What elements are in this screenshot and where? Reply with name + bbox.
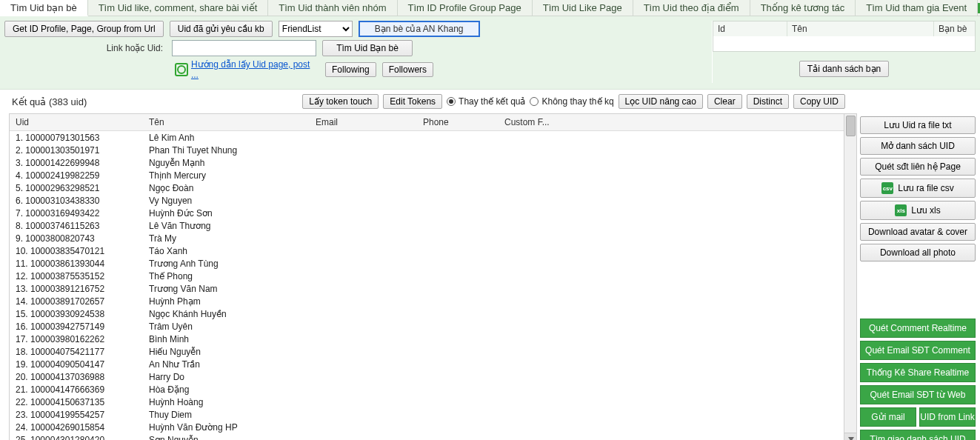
huong-dan-link[interactable]: Hướng dẫn lấy Uid page, post ...: [191, 59, 319, 80]
table-row[interactable]: 24. 100004269015854Huỳnh Văn Đường HP: [10, 421, 844, 433]
custom-cell: [504, 145, 838, 156]
table-row[interactable]: 10. 100003835470121Táo Xanh: [10, 244, 844, 257]
email-cell: [316, 347, 423, 357]
uid-cell: 7. 100003169493422: [16, 208, 149, 219]
download-avatar-button[interactable]: Download avatar & cover: [860, 223, 976, 241]
custom-cell: [504, 372, 838, 382]
distinct-button[interactable]: Distinct: [747, 94, 789, 109]
table-row[interactable]: 13. 100003891216752Trương Văn Nam: [10, 282, 844, 295]
edit-tokens-button[interactable]: Edit Tokens: [383, 94, 442, 109]
tim-giao-uid-button[interactable]: Tìm giao danh sách UID: [860, 430, 976, 440]
table-row[interactable]: 2. 100001303501971Phan Thi Tuyet Nhung: [10, 144, 844, 156]
tab-id-profile-group[interactable]: Tìm ID Profile Group Page: [398, 0, 533, 16]
name-cell: Phan Thi Tuyet Nhung: [149, 145, 316, 156]
table-row[interactable]: 5. 100002963298521Ngọc Đoàn: [10, 181, 844, 194]
uid-cell: 4. 100002419982259: [16, 170, 149, 181]
followers-button[interactable]: Followers: [382, 62, 433, 77]
table-row[interactable]: 12. 100003875535152Thế Phong: [10, 270, 844, 282]
uid-cell: 22. 100004150637135: [16, 397, 149, 407]
table-row[interactable]: 19. 100004090504147An Như Trần: [10, 358, 844, 370]
table-row[interactable]: 9. 10003800820743Trà My: [10, 232, 844, 244]
name-cell: Ngọc Đoàn: [149, 183, 316, 193]
quet-email-sdt-comment-button[interactable]: Quét Email SĐT Comment: [860, 341, 976, 360]
tab-uid-nhom[interactable]: Tìm Uid thành viên nhóm: [268, 0, 397, 16]
scrollbar-thumb[interactable]: [846, 116, 856, 136]
phone-cell: [423, 435, 504, 441]
col-ten[interactable]: Tên: [143, 114, 310, 131]
thong-ke-share-button[interactable]: Thống Kê Share Realtime: [860, 363, 976, 382]
copy-uid-button[interactable]: Copy UID: [793, 94, 845, 109]
table-row[interactable]: 7. 100003169493422Huỳnh Đức Sơn: [10, 207, 844, 219]
table-row[interactable]: 3. 100001422699948Nguyễn Mạnh: [10, 156, 844, 169]
col-phone[interactable]: Phone: [417, 114, 499, 131]
tab-uid-dia-diem[interactable]: Tìm Uid theo địa điểm: [633, 0, 750, 16]
save-txt-button[interactable]: Lưu Uid ra file txt: [860, 116, 976, 134]
open-uid-button[interactable]: Mở danh sách UID: [860, 137, 976, 155]
table-row[interactable]: 20. 100004137036988Harry Do: [10, 370, 844, 383]
tab-thong-ke[interactable]: Thống kê tương tác: [750, 0, 856, 16]
table-row[interactable]: 17. 100003980162262Bình Minh: [10, 333, 844, 345]
name-cell: Bình Minh: [149, 334, 316, 344]
table-row[interactable]: 23. 100004199554257Thuy Diem: [10, 408, 844, 421]
table-row[interactable]: 18. 100004075421177Hiếu Nguyễn: [10, 345, 844, 358]
khong-thay-radio[interactable]: Không thay thế kq: [530, 96, 613, 107]
loc-uid-button[interactable]: Lọc UID nâng cao: [619, 94, 703, 109]
email-cell: [316, 284, 423, 294]
download-photo-button[interactable]: Download all photo: [860, 244, 976, 261]
uid-cell: 8. 100003746115263: [16, 221, 149, 231]
save-csv-button[interactable]: csvLưu ra file csv: [860, 179, 976, 198]
mini-col-ten[interactable]: Tên: [787, 21, 934, 36]
tab-uid-banbe[interactable]: Tìm Uid bạn bè: [0, 0, 88, 16]
table-row[interactable]: 6. 100003103438330Vy Nguyen: [10, 194, 844, 207]
col-uid[interactable]: Uid: [10, 114, 143, 131]
uid-da-gui-button[interactable]: Uid đã gửi yêu cầu kb: [170, 21, 273, 37]
quet-sdt-button[interactable]: Quét sđt liên hệ Page: [860, 158, 976, 176]
table-row[interactable]: 22. 100004150637135Huỳnh Hoàng: [10, 396, 844, 408]
phone-cell: [423, 347, 504, 357]
table-row[interactable]: 16. 100003942757149Trâm Uyên: [10, 320, 844, 333]
gui-mail-button[interactable]: Gửi mail: [860, 407, 916, 427]
lay-token-button[interactable]: Lấy token touch: [302, 94, 379, 109]
tab-uid-like-comment[interactable]: Tìm Uid like, comment, share bài viết: [88, 0, 269, 16]
custom-cell: [504, 296, 838, 307]
email-cell: [316, 183, 423, 193]
link-uid-input[interactable]: [172, 40, 316, 56]
uid-cell: 11. 100003861393044: [16, 259, 149, 269]
result-count-label: Kết quả (383 uid): [12, 96, 87, 107]
table-row[interactable]: 4. 100002419982259Thịnh Mercury: [10, 169, 844, 181]
tai-danh-sach-button[interactable]: Tải danh sách bạn: [799, 61, 889, 77]
table-row[interactable]: 25. 100004301280420Sơn Nguyễn: [10, 433, 844, 440]
custom-cell: [504, 309, 838, 319]
table-row[interactable]: 11. 100003861393044Trương Anh Tùng: [10, 257, 844, 270]
grid-scrollbar[interactable]: [844, 114, 856, 440]
col-email[interactable]: Email: [310, 114, 417, 131]
mini-col-id[interactable]: Id: [713, 21, 787, 36]
table-row[interactable]: 8. 100003746115263Lê Văn Thương: [10, 219, 844, 232]
uid-cell: 14. 100003891702657: [16, 296, 149, 307]
name-cell: Trương Anh Tùng: [149, 259, 316, 269]
table-row[interactable]: 1. 100000791301563Lê Kim Anh: [10, 131, 844, 144]
col-custom[interactable]: Custom F...: [499, 114, 844, 131]
uid-cell: 9. 10003800820743: [16, 233, 149, 244]
friendlist-select[interactable]: FriendList: [279, 21, 353, 37]
phone-cell: [423, 133, 504, 143]
uid-from-link-button[interactable]: UID from Link: [919, 407, 976, 427]
tim-uid-banbe-button[interactable]: Tìm Uid Bạn bè: [322, 40, 413, 56]
save-xls-button[interactable]: xlsLưu xls: [860, 201, 976, 220]
clear-button[interactable]: Clear: [707, 94, 742, 109]
mini-col-banbe[interactable]: Bạn bè: [934, 21, 975, 36]
custom-cell: [504, 158, 838, 168]
phone-cell: [423, 145, 504, 156]
following-button[interactable]: Following: [325, 62, 376, 77]
tab-uid-event[interactable]: Tìm Uid tham gia Event: [856, 0, 978, 16]
table-row[interactable]: 21. 100004147666369Hòa Đặng: [10, 383, 844, 396]
tab-uid-like-page[interactable]: Tìm Uid Like Page: [533, 0, 633, 16]
table-row[interactable]: 14. 100003891702657Huỳnh Phạm: [10, 295, 844, 307]
phone-cell: [423, 170, 504, 181]
get-id-from-url-button[interactable]: Get ID Profile, Page, Group from Url: [4, 21, 164, 37]
scroll-down-icon[interactable]: [844, 433, 857, 440]
quet-comment-realtime-button[interactable]: Quét Comment Realtime: [860, 319, 976, 338]
quet-email-sdt-web-button[interactable]: Quét Email SĐT từ Web: [860, 385, 976, 404]
thay-the-radio[interactable]: Thay thế kết quả: [447, 96, 525, 107]
table-row[interactable]: 15. 100003930924538Ngọc Khánh Huyền: [10, 307, 844, 320]
